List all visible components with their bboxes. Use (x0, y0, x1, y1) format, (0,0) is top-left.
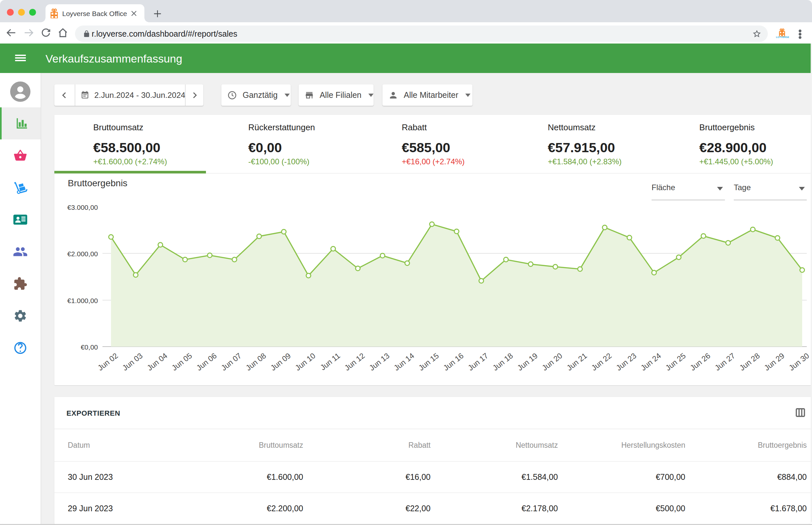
svg-text:Jun 06: Jun 06 (195, 351, 218, 372)
svg-text:Jun 22: Jun 22 (590, 351, 613, 372)
svg-text:Jun 26: Jun 26 (689, 351, 712, 372)
svg-text:€2.000,00: €2.000,00 (68, 250, 98, 258)
svg-text:Jun 20: Jun 20 (541, 351, 564, 372)
svg-text:Jun 18: Jun 18 (491, 351, 515, 372)
svg-text:Jun 10: Jun 10 (294, 351, 317, 372)
svg-text:Jun 27: Jun 27 (713, 351, 737, 372)
svg-text:Jun 30: Jun 30 (787, 351, 811, 372)
svg-text:Jun 29: Jun 29 (763, 351, 786, 372)
svg-text:Jun 28: Jun 28 (738, 351, 762, 372)
svg-text:Jun 03: Jun 03 (121, 351, 144, 372)
svg-text:€0,00: €0,00 (80, 343, 98, 351)
svg-text:Jun 04: Jun 04 (145, 351, 169, 372)
svg-text:Jun 17: Jun 17 (466, 351, 490, 372)
svg-text:Jun 25: Jun 25 (664, 351, 687, 372)
svg-text:Jun 09: Jun 09 (269, 351, 292, 372)
svg-text:€3.000,00: €3.000,00 (68, 204, 98, 211)
svg-text:Jun 05: Jun 05 (170, 351, 194, 372)
svg-text:Jun 11: Jun 11 (319, 351, 341, 372)
svg-text:Jun 16: Jun 16 (442, 351, 465, 372)
svg-text:Jun 15: Jun 15 (417, 351, 441, 372)
svg-text:Jun 23: Jun 23 (615, 351, 638, 372)
svg-text:€1.000,00: €1.000,00 (68, 297, 98, 304)
svg-text:Jun 12: Jun 12 (343, 351, 366, 372)
svg-text:Jun 07: Jun 07 (219, 351, 243, 372)
svg-text:Jun 19: Jun 19 (516, 351, 539, 372)
svg-text:Jun 24: Jun 24 (639, 351, 663, 372)
svg-text:Jun 14: Jun 14 (392, 351, 416, 372)
svg-text:Jun 08: Jun 08 (244, 351, 268, 372)
svg-text:Jun 21: Jun 21 (565, 351, 589, 372)
svg-text:Jun 13: Jun 13 (368, 351, 391, 372)
svg-text:Jun 02: Jun 02 (96, 351, 119, 372)
